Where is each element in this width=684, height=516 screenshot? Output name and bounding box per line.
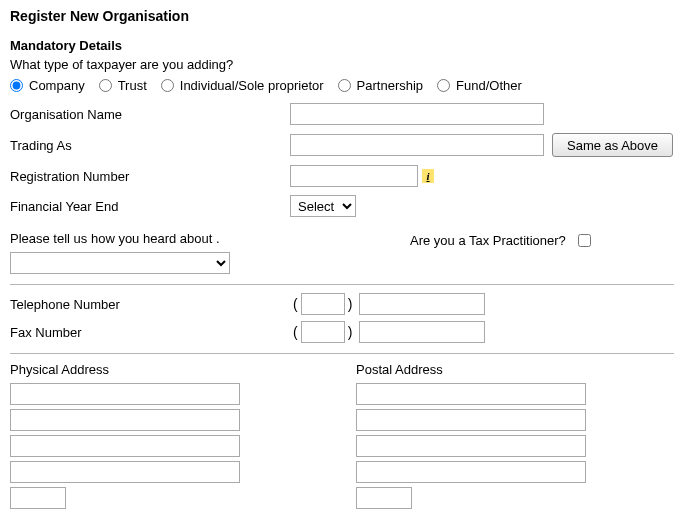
taxpayer-question: What type of taxpayer are you adding?: [10, 57, 674, 72]
heard-about-label-suffix: .: [216, 231, 220, 246]
postal-address-line-1[interactable]: [356, 383, 586, 405]
trading-as-input[interactable]: [290, 134, 544, 156]
radio-individual[interactable]: Individual/Sole proprietor: [161, 78, 324, 93]
telephone-label: Telephone Number: [10, 297, 290, 312]
physical-address-line-4[interactable]: [10, 461, 240, 483]
paren-close: ): [345, 296, 356, 312]
paren-close-2: ): [345, 324, 356, 340]
postal-address-postcode[interactable]: [356, 487, 412, 509]
taxpayer-type-group: Company Trust Individual/Sole proprietor…: [10, 78, 674, 93]
paren-open: (: [290, 296, 301, 312]
radio-company[interactable]: Company: [10, 78, 85, 93]
heard-about-label-prefix: Please tell us how you heard about: [10, 231, 216, 246]
practitioner-label: Are you a Tax Practitioner?: [410, 233, 566, 248]
radio-partnership-input[interactable]: [338, 79, 351, 92]
practitioner-checkbox[interactable]: [578, 234, 591, 247]
radio-individual-input[interactable]: [161, 79, 174, 92]
physical-address-line-3[interactable]: [10, 435, 240, 457]
physical-address-label: Physical Address: [10, 362, 328, 377]
physical-address-line-1[interactable]: [10, 383, 240, 405]
trading-as-label: Trading As: [10, 138, 290, 153]
telephone-number-input[interactable]: [359, 293, 485, 315]
postal-address-line-3[interactable]: [356, 435, 586, 457]
fax-label: Fax Number: [10, 325, 290, 340]
paren-open-2: (: [290, 324, 301, 340]
info-icon[interactable]: i: [422, 169, 434, 183]
postal-address-label: Postal Address: [356, 362, 674, 377]
radio-company-label: Company: [29, 78, 85, 93]
radio-fund[interactable]: Fund/Other: [437, 78, 522, 93]
org-name-label: Organisation Name: [10, 107, 290, 122]
physical-address-postcode[interactable]: [10, 487, 66, 509]
mandatory-section-title: Mandatory Details: [10, 38, 674, 53]
radio-trust[interactable]: Trust: [99, 78, 147, 93]
radio-fund-input[interactable]: [437, 79, 450, 92]
same-as-above-button[interactable]: Same as Above: [552, 133, 673, 157]
reg-number-label: Registration Number: [10, 169, 290, 184]
fye-label: Financial Year End: [10, 199, 290, 214]
heard-about-select[interactable]: [10, 252, 230, 274]
radio-fund-label: Fund/Other: [456, 78, 522, 93]
org-name-input[interactable]: [290, 103, 544, 125]
postal-address-column: Postal Address: [356, 362, 674, 509]
radio-trust-label: Trust: [118, 78, 147, 93]
radio-company-input[interactable]: [10, 79, 23, 92]
radio-partnership[interactable]: Partnership: [338, 78, 423, 93]
radio-trust-input[interactable]: [99, 79, 112, 92]
physical-address-column: Physical Address: [10, 362, 328, 509]
radio-partnership-label: Partnership: [357, 78, 423, 93]
postal-address-line-4[interactable]: [356, 461, 586, 483]
radio-individual-label: Individual/Sole proprietor: [180, 78, 324, 93]
divider-1: [10, 284, 674, 285]
fax-number-input[interactable]: [359, 321, 485, 343]
physical-address-line-2[interactable]: [10, 409, 240, 431]
page-title: Register New Organisation: [10, 8, 674, 24]
postal-address-line-2[interactable]: [356, 409, 586, 431]
fax-areacode-input[interactable]: [301, 321, 345, 343]
fye-select[interactable]: Select: [290, 195, 356, 217]
reg-number-input[interactable]: [290, 165, 418, 187]
divider-2: [10, 353, 674, 354]
telephone-areacode-input[interactable]: [301, 293, 345, 315]
